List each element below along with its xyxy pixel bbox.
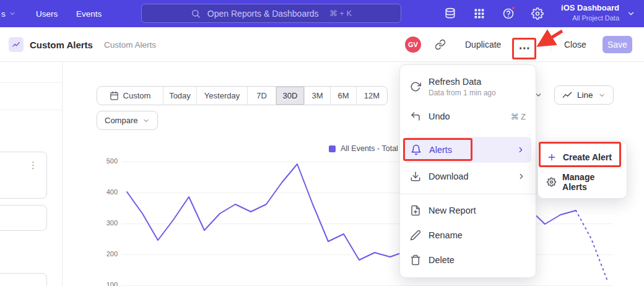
- plus-icon: [547, 152, 557, 162]
- project-switcher[interactable]: iOS Dashboard All Project Data: [561, 3, 619, 22]
- menu-item-rename[interactable]: Rename: [400, 223, 536, 248]
- pencil-icon: [410, 230, 421, 241]
- menu-divider: [400, 194, 536, 194]
- range-today[interactable]: Today: [163, 87, 196, 105]
- alerts-submenu: Create Alert Manage Alerts: [537, 141, 627, 199]
- save-button[interactable]: Save: [603, 36, 632, 53]
- undo-icon: [410, 111, 421, 122]
- file-plus-icon: [410, 205, 421, 216]
- menu-item-new-report[interactable]: New Report: [400, 198, 536, 223]
- report-options-menu: Refresh Data Data from 1 min ago Undo ⌘ …: [399, 64, 536, 278]
- legend-item[interactable]: All Events - Total: [329, 144, 398, 153]
- chart-type-label: Line: [577, 90, 593, 100]
- avatar[interactable]: GV: [405, 37, 421, 53]
- nav-item-events[interactable]: Events: [76, 0, 102, 27]
- gear-icon: [547, 177, 556, 187]
- range-12m[interactable]: 12M: [356, 87, 387, 105]
- breadcrumb: Custom Alerts: [104, 40, 156, 50]
- range-custom-label: Custom: [123, 91, 151, 100]
- submenu-item-manage-alerts[interactable]: Manage Alerts: [538, 170, 627, 194]
- duplicate-button[interactable]: Duplicate: [465, 40, 501, 50]
- y-tick-label: 300: [98, 219, 118, 227]
- top-nav: s Users Events Open Reports & Dashboards…: [0, 0, 644, 27]
- sidebar-divider: [62, 62, 63, 286]
- sidebar-card[interactable]: ⋮: [0, 152, 47, 199]
- gridline: [121, 254, 613, 255]
- bell-icon: [411, 144, 422, 155]
- range-7d[interactable]: 7D: [247, 87, 276, 105]
- menu-item-label: Refresh Data: [429, 77, 496, 87]
- sidebar-separator: [0, 110, 62, 110]
- project-subtitle: All Project Data: [561, 14, 619, 22]
- calendar-icon: [110, 91, 119, 100]
- project-chevron-down-icon[interactable]: [627, 9, 635, 18]
- global-search[interactable]: Open Reports & Dashboards ⌘ + K: [141, 4, 401, 23]
- range-30d-selected[interactable]: 30D: [276, 87, 304, 105]
- sidebar-card[interactable]: [0, 205, 47, 231]
- range-yesterday[interactable]: Yesterday: [196, 87, 247, 105]
- y-tick-label: 400: [98, 188, 118, 196]
- apps-grid-icon[interactable]: [473, 7, 485, 20]
- download-icon: [410, 171, 421, 182]
- menu-item-shortcut: ⌘ Z: [510, 112, 526, 121]
- menu-item-label: Undo: [429, 111, 450, 121]
- search-icon: [191, 9, 201, 19]
- date-range-group: Custom Today Yesterday 7D 30D 3M 6M 12M: [97, 86, 388, 105]
- settings-gear-icon[interactable]: [531, 7, 544, 20]
- nav-item-users[interactable]: Users: [36, 0, 58, 27]
- search-shortcut: ⌘ + K: [329, 9, 352, 18]
- close-button[interactable]: Close: [564, 40, 586, 50]
- card-menu-icon[interactable]: ⋮: [28, 160, 38, 171]
- menu-item-download[interactable]: Download: [400, 163, 536, 190]
- line-chart-icon: [562, 90, 572, 100]
- nav-partial-label: s: [1, 9, 6, 19]
- menu-item-label: Rename: [429, 230, 463, 240]
- submenu-item-create-alert[interactable]: Create Alert: [538, 145, 627, 170]
- more-options-button[interactable]: ⋯: [516, 40, 533, 55]
- range-3m[interactable]: 3M: [304, 87, 330, 105]
- range-6m[interactable]: 6M: [330, 87, 356, 105]
- compare-button[interactable]: Compare: [97, 111, 158, 130]
- y-tick-label: 500: [98, 157, 118, 165]
- chevron-down-icon: [142, 117, 150, 124]
- legend-swatch: [329, 145, 336, 152]
- notification-dot: [511, 6, 516, 11]
- trash-icon: [410, 254, 421, 266]
- chevron-down-icon: [9, 10, 16, 17]
- sidebar-card[interactable]: [0, 273, 47, 286]
- copy-link-icon[interactable]: [435, 39, 446, 50]
- project-title: iOS Dashboard: [561, 3, 619, 12]
- y-tick-label: 100: [98, 281, 118, 286]
- menu-item-refresh-data[interactable]: Refresh Data Data from 1 min ago: [400, 70, 536, 103]
- menu-item-label: New Report: [429, 206, 476, 215]
- chevron-right-icon: [516, 145, 525, 154]
- compare-label: Compare: [105, 116, 137, 125]
- help-icon[interactable]: [502, 7, 515, 20]
- submenu-item-label: Create Alert: [563, 152, 612, 162]
- range-custom[interactable]: Custom: [97, 87, 163, 105]
- menu-item-alerts[interactable]: Alerts: [404, 137, 531, 163]
- menu-item-label: Delete: [429, 255, 455, 265]
- menu-item-delete[interactable]: Delete: [400, 248, 536, 272]
- search-placeholder: Open Reports & Dashboards: [207, 9, 319, 19]
- y-tick-label: 200: [98, 250, 118, 258]
- menu-item-label: Download: [429, 171, 469, 181]
- menu-item-undo[interactable]: Undo ⌘ Z: [400, 103, 536, 129]
- report-chart-icon: [9, 37, 24, 52]
- page-title: Custom Alerts: [30, 40, 93, 50]
- gridline: [121, 223, 613, 224]
- app-window: s Users Events Open Reports & Dashboards…: [0, 0, 644, 286]
- nav-item-partial[interactable]: s: [1, 0, 16, 27]
- legend-label: All Events - Total: [341, 144, 398, 153]
- header-divider: [550, 37, 551, 52]
- menu-item-subtitle: Data from 1 min ago: [429, 89, 496, 97]
- chevron-right-icon: [517, 172, 526, 181]
- chevron-down-icon: [598, 92, 606, 99]
- menu-item-label: Alerts: [429, 145, 452, 155]
- submenu-item-label: Manage Alerts: [562, 172, 618, 192]
- refresh-icon: [410, 81, 421, 92]
- chart-type-selector[interactable]: Line: [554, 85, 614, 105]
- report-header: Custom Alerts Custom Alerts GV Duplicate…: [0, 27, 644, 62]
- sidebar-separator: [0, 82, 62, 83]
- data-management-icon[interactable]: [444, 7, 456, 20]
